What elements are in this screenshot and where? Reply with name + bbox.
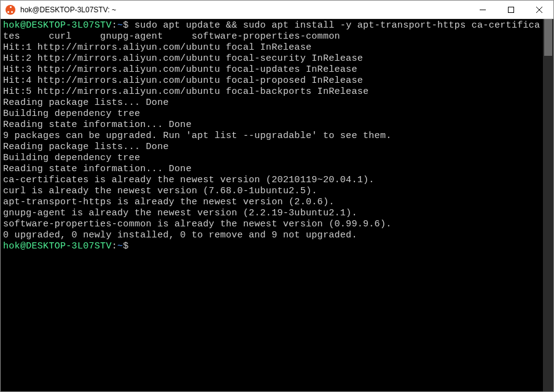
prompt-path: ~ bbox=[117, 241, 123, 252]
titlebar[interactable]: hok@DESKTOP-3L07STV: ~ bbox=[1, 1, 553, 19]
output-line: Building dependency tree bbox=[3, 109, 140, 119]
terminal-content[interactable]: hok@DESKTOP-3L07STV:~$ sudo apt update &… bbox=[1, 19, 543, 391]
output-line: ca-certificates is already the newest ve… bbox=[3, 175, 375, 185]
scrollbar[interactable] bbox=[543, 19, 553, 391]
svg-rect-1 bbox=[509, 7, 514, 12]
output-line: Reading package lists... Done bbox=[3, 98, 169, 108]
prompt-user-host: hok@DESKTOP-3L07STV bbox=[3, 20, 112, 31]
output-line: Reading package lists... Done bbox=[3, 142, 169, 152]
prompt-sep: : bbox=[112, 20, 117, 31]
output-line: Reading state information... Done bbox=[3, 120, 192, 130]
output-line: Hit:2 http://mirrors.aliyun.com/ubuntu f… bbox=[3, 53, 363, 64]
output-line: Reading state information... Done bbox=[3, 164, 192, 174]
prompt-sep: : bbox=[112, 241, 117, 252]
prompt-user-host: hok@DESKTOP-3L07STV bbox=[3, 241, 112, 252]
output-line: Hit:1 http://mirrors.aliyun.com/ubuntu f… bbox=[3, 42, 311, 53]
output-line: Hit:4 http://mirrors.aliyun.com/ubuntu f… bbox=[3, 75, 363, 86]
output-line: gnupg-agent is already the newest versio… bbox=[3, 208, 357, 218]
prompt-symbol: $ bbox=[123, 241, 128, 252]
output-line: 9 packages can be upgraded. Run 'apt lis… bbox=[3, 131, 392, 141]
output-line: software-properties-common is already th… bbox=[3, 219, 392, 229]
output-line: 0 upgraded, 0 newly installed, 0 to remo… bbox=[3, 230, 357, 240]
prompt-symbol: $ bbox=[123, 20, 128, 31]
prompt-path: ~ bbox=[117, 20, 123, 31]
maximize-button[interactable] bbox=[497, 1, 525, 18]
output-line: Hit:3 http://mirrors.aliyun.com/ubuntu f… bbox=[3, 64, 357, 75]
output-line: Building dependency tree bbox=[3, 153, 140, 163]
ubuntu-icon bbox=[6, 5, 15, 15]
terminal-window: hok@DESKTOP-3L07STV: ~ hok@DESKTOP-3L07S… bbox=[0, 0, 554, 392]
terminal-area: hok@DESKTOP-3L07STV:~$ sudo apt update &… bbox=[1, 19, 553, 391]
window-title: hok@DESKTOP-3L07STV: ~ bbox=[20, 6, 469, 14]
output-line: curl is already the newest version (7.68… bbox=[3, 186, 318, 196]
close-button[interactable] bbox=[525, 1, 553, 18]
output-line: Hit:5 http://mirrors.aliyun.com/ubuntu f… bbox=[3, 86, 369, 97]
window-controls bbox=[469, 1, 553, 18]
minimize-button[interactable] bbox=[469, 1, 497, 18]
scrollbar-thumb[interactable] bbox=[544, 19, 552, 56]
output-line: apt-transport-https is already the newes… bbox=[3, 197, 334, 207]
